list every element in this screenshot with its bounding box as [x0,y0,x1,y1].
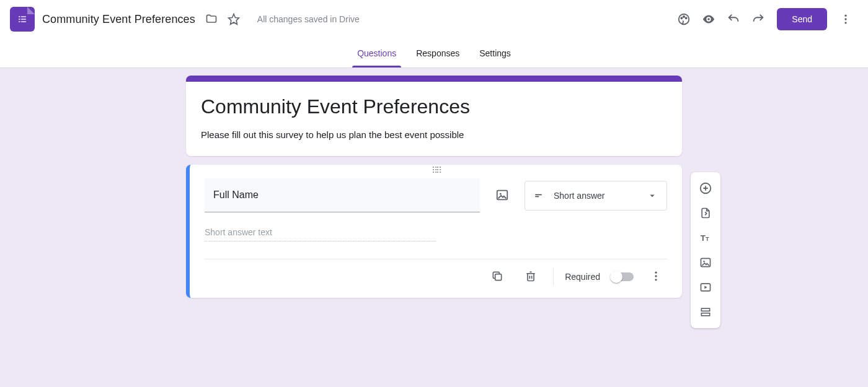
tab-settings[interactable]: Settings [469,38,521,67]
question-title-input[interactable] [205,178,480,212]
star-icon[interactable] [223,8,245,30]
move-to-folder-icon[interactable] [200,8,223,30]
svg-text:T: T [701,233,706,243]
svg-rect-16 [535,194,542,196]
svg-rect-1 [21,16,26,17]
svg-point-21 [655,279,657,280]
delete-question-icon[interactable] [520,266,542,288]
add-title-icon[interactable]: TT [693,225,718,250]
import-questions-icon[interactable] [693,201,718,225]
svg-rect-5 [21,21,26,22]
svg-rect-17 [535,196,539,198]
add-image-icon[interactable] [693,250,718,275]
svg-rect-2 [19,19,20,19]
question-type-label: Short answer [554,191,604,201]
svg-point-9 [683,16,684,17]
question-footer: Required [205,259,667,288]
customize-theme-icon[interactable] [671,7,696,32]
required-toggle[interactable] [611,272,634,281]
svg-point-26 [703,261,705,263]
question-type-dropdown[interactable]: Short answer [525,181,667,211]
question-more-options-icon[interactable] [645,266,667,288]
svg-rect-29 [701,313,709,316]
question-card[interactable]: ⠿⠿ Short answer Short answer text [186,165,682,298]
svg-point-8 [681,17,683,19]
required-label: Required [565,272,600,282]
form-tabs: Questions Responses Settings [0,38,868,68]
svg-point-11 [844,15,846,17]
forms-logo[interactable] [10,7,35,32]
form-header-card[interactable]: Community Event Preferences Please fill … [186,76,682,156]
drag-handle-icon[interactable]: ⠿⠿ [432,168,440,172]
svg-rect-0 [19,16,20,17]
svg-point-19 [655,271,657,273]
add-section-icon[interactable] [693,300,718,324]
top-header: Community Event Preferences All changes … [0,0,868,38]
save-status: All changes saved in Drive [257,14,360,24]
add-video-icon[interactable] [693,275,718,300]
duplicate-question-icon[interactable] [486,266,508,288]
svg-point-13 [844,22,846,24]
svg-marker-6 [228,14,239,25]
svg-rect-18 [495,274,502,280]
preview-icon[interactable] [696,7,721,32]
svg-text:T: T [706,236,709,242]
redo-icon[interactable] [746,7,771,32]
svg-point-20 [655,275,657,277]
svg-rect-3 [21,19,26,19]
add-question-icon[interactable] [693,176,718,201]
add-image-to-question-icon[interactable] [491,185,513,207]
tab-questions[interactable]: Questions [347,38,406,67]
svg-rect-4 [19,21,20,22]
undo-icon[interactable] [721,7,746,32]
side-toolbar: TT [691,172,720,328]
svg-point-10 [686,17,687,19]
svg-point-12 [844,18,846,20]
answer-placeholder: Short answer text [205,227,436,241]
more-options-icon[interactable] [833,7,858,32]
tab-responses[interactable]: Responses [406,38,469,67]
svg-point-15 [500,193,502,194]
send-button[interactable]: Send [777,8,827,30]
form-title[interactable]: Community Event Preferences [201,95,667,118]
svg-rect-28 [701,308,709,311]
form-description[interactable]: Please fill out this survey to help us p… [201,129,667,140]
workspace: Community Event Preferences Please fill … [0,68,868,387]
footer-separator [553,267,554,286]
document-title[interactable]: Community Event Preferences [42,13,195,26]
